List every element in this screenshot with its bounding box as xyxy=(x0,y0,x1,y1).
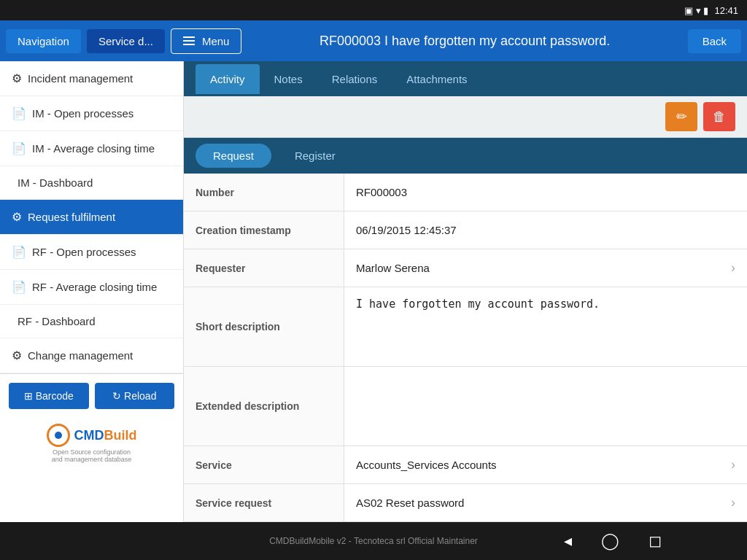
sidebar-item-im-open-processes[interactable]: 📄IM - Open processes xyxy=(0,96,183,131)
sub-tab-request[interactable]: Request xyxy=(196,144,271,168)
status-time: 12:41 xyxy=(714,5,738,16)
arrow-icon-2: › xyxy=(731,260,735,276)
form-value-2[interactable]: Marlow Serena› xyxy=(344,249,747,287)
sidebar-item-rf-open-processes[interactable]: 📄RF - Open processes xyxy=(0,235,183,270)
action-toolbar: ✏ 🗑 xyxy=(184,96,747,138)
edit-button[interactable]: ✏ xyxy=(665,102,697,131)
barcode-icon: ⊞ xyxy=(24,390,33,402)
form-textarea-3[interactable] xyxy=(356,298,735,356)
arrow-icon-6: › xyxy=(731,495,735,510)
status-icons: ▣ ▾ ▮ xyxy=(684,5,708,16)
back-nav-button[interactable]: ◂ xyxy=(564,532,572,551)
bottom-bar: CMDBuildMobile v2 - Tecnoteca srl Offici… xyxy=(0,522,747,560)
status-bar: ▣ ▾ ▮ 12:41 xyxy=(0,0,747,20)
form-value-1: 06/19/2015 12:45:37 xyxy=(344,211,747,249)
sidebar-icon-im-open-processes: 📄 xyxy=(12,106,26,120)
form-value-0: RF000003 xyxy=(344,174,747,211)
tab-bar: ActivityNotesRelationsAttachments xyxy=(184,61,747,96)
form-row-2: RequesterMarlow Serena› xyxy=(184,249,747,287)
sidebar-label-rf-open-processes: RF - Open processes xyxy=(32,246,136,258)
cmdbuild-logo: CMDBuild Open Source configurationand ma… xyxy=(0,418,183,469)
reload-button[interactable]: ↻ Reload xyxy=(95,383,175,409)
hamburger-icon xyxy=(183,36,195,45)
footer-text: CMDBuildMobile v2 - Tecnoteca srl Offici… xyxy=(254,536,493,546)
sidebar-item-im-average-closing[interactable]: 📄IM - Average closing time xyxy=(0,131,183,166)
arrow-icon-5: › xyxy=(731,457,735,472)
sidebar-label-incident-management: Incident management xyxy=(28,72,133,85)
sidebar-icon-rf-open-processes: 📄 xyxy=(12,245,26,259)
form-value-5[interactable]: Accounts_Services Accounts› xyxy=(344,446,747,483)
sidebar-item-rf-average-closing[interactable]: 📄RF - Average closing time xyxy=(0,270,183,305)
sidebar-label-im-average-closing: IM - Average closing time xyxy=(32,142,155,155)
delete-button[interactable]: 🗑 xyxy=(703,102,735,131)
tab-notes[interactable]: Notes xyxy=(260,64,317,94)
sidebar-label-im-dashboard: IM - Dashboard xyxy=(18,176,93,189)
form-row-6: Service requestAS02 Reset password› xyxy=(184,484,747,522)
reload-icon: ↻ xyxy=(112,390,121,402)
form-textarea-4[interactable] xyxy=(356,377,735,435)
sub-tab-bar: RequestRegister xyxy=(184,138,747,174)
form-row-3: Short description xyxy=(184,287,747,367)
form-text-0: RF000003 xyxy=(356,186,407,198)
sidebar-label-rf-average-closing: RF - Average closing time xyxy=(32,281,157,293)
sidebar-icon-im-average-closing: 📄 xyxy=(12,141,26,155)
form-value-3 xyxy=(344,287,747,366)
sidebar-item-change-management[interactable]: ⚙Change management xyxy=(0,338,183,373)
form-row-1: Creation timestamp06/19/2015 12:45:37 xyxy=(184,211,747,249)
form-label-1: Creation timestamp xyxy=(184,211,344,249)
form-text-2: Marlow Serena xyxy=(356,262,430,274)
form-text-1: 06/19/2015 12:45:37 xyxy=(356,224,457,236)
form-label-2: Requester xyxy=(184,249,344,287)
main-layout: ⚙Incident management📄IM - Open processes… xyxy=(0,61,747,522)
sidebar-icon-change-management: ⚙ xyxy=(12,349,22,362)
home-nav-button[interactable]: ◯ xyxy=(601,532,619,551)
form-row-0: NumberRF000003 xyxy=(184,174,747,211)
form-row-5: ServiceAccounts_Services Accounts› xyxy=(184,446,747,484)
form-label-4: Extended description xyxy=(184,367,344,446)
form-text-6: AS02 Reset password xyxy=(356,497,464,509)
top-navbar: Navigation Service d... Menu RF000003 I … xyxy=(0,20,747,61)
form-content: NumberRF000003Creation timestamp06/19/20… xyxy=(184,174,747,522)
sidebar-item-request-fulfilment[interactable]: ⚙Request fulfilment xyxy=(0,200,183,235)
back-button[interactable]: Back xyxy=(688,29,741,53)
form-value-6[interactable]: AS02 Reset password› xyxy=(344,484,747,521)
sidebar-icon-rf-average-closing: 📄 xyxy=(12,280,26,294)
form-label-0: Number xyxy=(184,174,344,211)
navigation-button[interactable]: Navigation xyxy=(6,29,81,53)
sidebar-item-rf-dashboard[interactable]: RF - Dashboard xyxy=(0,305,183,338)
sidebar-label-im-open-processes: IM - Open processes xyxy=(32,107,133,120)
form-value-4 xyxy=(344,367,747,446)
sidebar-label-change-management: Change management xyxy=(28,349,133,362)
sidebar-label-request-fulfilment: Request fulfilment xyxy=(28,211,115,223)
sidebar-item-incident-management[interactable]: ⚙Incident management xyxy=(0,61,183,96)
square-nav-button[interactable]: ◻ xyxy=(649,532,662,551)
barcode-button[interactable]: ⊞ Barcode xyxy=(9,383,89,409)
tab-attachments[interactable]: Attachments xyxy=(392,64,481,94)
sidebar-item-im-dashboard[interactable]: IM - Dashboard xyxy=(0,166,183,200)
sidebar: ⚙Incident management📄IM - Open processes… xyxy=(0,61,184,522)
content-area: ActivityNotesRelationsAttachments ✏ 🗑 Re… xyxy=(184,61,747,522)
page-title: RF000003 I have forgotten my account pas… xyxy=(247,34,681,49)
form-label-6: Service request xyxy=(184,484,344,521)
nav-controls: ◂ ◯ ◻ xyxy=(493,532,732,551)
sidebar-label-rf-dashboard: RF - Dashboard xyxy=(18,315,96,327)
form-row-4: Extended description xyxy=(184,367,747,446)
form-label-5: Service xyxy=(184,446,344,483)
sub-tab-register[interactable]: Register xyxy=(277,144,353,168)
menu-button[interactable]: Menu xyxy=(171,28,242,54)
service-title: Service d... xyxy=(87,29,165,53)
tab-activity[interactable]: Activity xyxy=(196,64,260,94)
form-label-3: Short description xyxy=(184,287,344,366)
sidebar-icon-request-fulfilment: ⚙ xyxy=(12,210,22,224)
form-text-5: Accounts_Services Accounts xyxy=(356,459,497,471)
sidebar-icon-incident-management: ⚙ xyxy=(12,71,22,85)
sidebar-bottom: ⊞ Barcode ↻ Reload xyxy=(0,373,183,418)
tab-relations[interactable]: Relations xyxy=(317,64,392,94)
